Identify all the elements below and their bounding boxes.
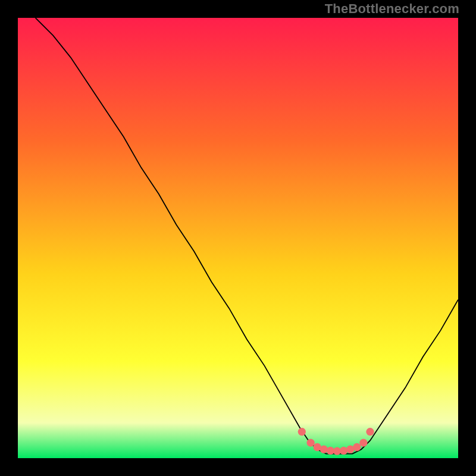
attribution-text: TheBottlenecker.com xyxy=(325,1,459,17)
marker-dot xyxy=(298,428,306,436)
plot-area xyxy=(18,18,458,458)
marker-dot xyxy=(320,446,328,453)
marker-dot xyxy=(353,443,361,451)
gradient-background xyxy=(18,18,458,458)
marker-dot xyxy=(340,447,347,455)
plot-svg xyxy=(18,18,458,458)
marker-dot xyxy=(306,439,314,446)
marker-dot xyxy=(359,439,367,446)
marker-dot xyxy=(366,428,374,436)
chart-container: TheBottlenecker.com xyxy=(0,0,476,476)
